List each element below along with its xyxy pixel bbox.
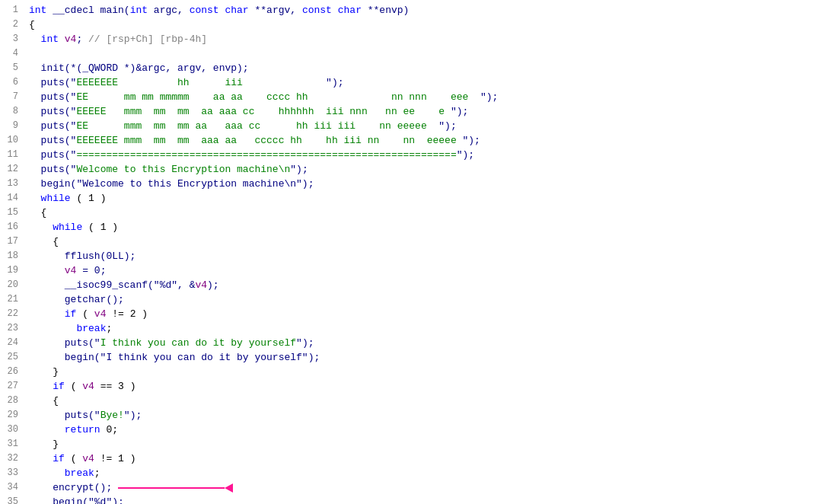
code-line: if ( v4 == 3 ) [29, 379, 813, 394]
line-number: 15 [5, 206, 18, 220]
line-number: 31 [5, 437, 18, 451]
code-line: begin("Welcome to this Encryption machin… [29, 177, 813, 191]
code-line: encrypt(); [29, 480, 813, 495]
line-number: 34 [5, 480, 18, 495]
line-number: 7 [5, 90, 18, 104]
code-line: puts("Welcome to this Encryption machine… [29, 162, 813, 177]
line-number: 13 [5, 177, 18, 191]
code-line [29, 46, 813, 61]
code-line: { [29, 206, 813, 220]
code-line: init(*(_QWORD *)&argc, argv, envp); [29, 61, 813, 75]
code-line: puts("I think you can do it by yourself"… [29, 336, 813, 350]
line-number: 1 [5, 3, 18, 18]
code-line: int v4; // [rsp+Ch] [rbp-4h] [29, 32, 813, 46]
line-number: 8 [5, 104, 18, 119]
line-number: 5 [5, 61, 18, 75]
code-line: if ( v4 != 2 ) [29, 307, 813, 321]
code-line: if ( v4 != 1 ) [29, 451, 813, 466]
line-number: 11 [5, 148, 18, 162]
code-line: } [29, 365, 813, 379]
line-number: 23 [5, 321, 18, 336]
code-lines: int __cdecl main(int argc, const char **… [21, 3, 813, 504]
line-number: 21 [5, 292, 18, 307]
line-number: 18 [5, 249, 18, 263]
code-line: break; [29, 466, 813, 480]
arrow-annotation [118, 483, 233, 493]
code-line: fflush(0LL); [29, 249, 813, 263]
code-line: } [29, 437, 813, 451]
code-line: { [29, 394, 813, 408]
line-number: 25 [5, 350, 18, 365]
line-numbers: 1234567891011121314151617181920212223242… [0, 3, 21, 504]
line-number: 2 [5, 18, 18, 32]
code-line: puts("EEEEE mmm mm mm aa aaa cc hhhhhh i… [29, 104, 813, 119]
line-number: 32 [5, 451, 18, 466]
code-line: puts("EEEEEEE hh iii "); [29, 75, 813, 90]
code-line: begin("I think you can do it by yourself… [29, 350, 813, 365]
line-number: 28 [5, 394, 18, 408]
line-number: 17 [5, 234, 18, 249]
code-line: return 0; [29, 423, 813, 437]
line-number: 33 [5, 466, 18, 480]
code-line: while ( 1 ) [29, 220, 813, 234]
line-number: 6 [5, 75, 18, 90]
line-number: 22 [5, 307, 18, 321]
code-line: break; [29, 321, 813, 336]
line-number: 20 [5, 278, 18, 292]
code-line: puts("==================================… [29, 148, 813, 162]
line-number: 35 [5, 495, 18, 504]
code-line: v4 = 0; [29, 263, 813, 278]
code-line: puts("EEEEEEE mmm mm mm aaa aa ccccc hh … [29, 133, 813, 148]
line-number: 4 [5, 46, 18, 61]
line-number: 9 [5, 119, 18, 133]
code-container: 1234567891011121314151617181920212223242… [0, 0, 813, 504]
line-number: 29 [5, 408, 18, 423]
line-number: 16 [5, 220, 18, 234]
line-number: 12 [5, 162, 18, 177]
code-line: while ( 1 ) [29, 191, 813, 206]
code-line: { [29, 234, 813, 249]
code-line: puts("EE mmm mm mm aa aaa cc hh iii iii … [29, 119, 813, 133]
line-number: 24 [5, 336, 18, 350]
line-number: 14 [5, 191, 18, 206]
line-number: 3 [5, 32, 18, 46]
code-line: { [29, 18, 813, 32]
code-line: begin("%d"); [29, 495, 813, 504]
code-line: __isoc99_scanf("%d", &v4); [29, 278, 813, 292]
code-line: int __cdecl main(int argc, const char **… [29, 3, 813, 18]
code-line: puts("EE mm mm mmmmm aa aa cccc hh nn nn… [29, 90, 813, 104]
line-number: 30 [5, 423, 18, 437]
code-line: puts("Bye!"); [29, 408, 813, 423]
line-number: 19 [5, 263, 18, 278]
line-number: 27 [5, 379, 18, 394]
line-number: 26 [5, 365, 18, 379]
line-number: 10 [5, 133, 18, 148]
code-line: getchar(); [29, 292, 813, 307]
